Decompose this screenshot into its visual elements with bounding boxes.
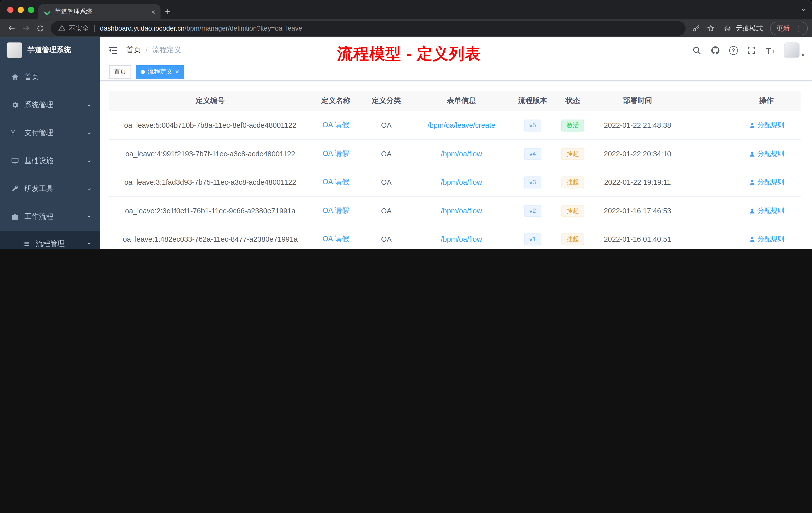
breadcrumb-home[interactable]: 首页 [126,46,141,55]
form-info-link[interactable]: /bpm/oa/flow [441,207,482,215]
user-icon [749,236,755,242]
column-header-definition-id: 定义编号 [109,91,311,111]
column-header-definition-name: 定义名称 [311,91,360,111]
sidebar-collapse-icon[interactable] [108,45,118,55]
form-info-link[interactable]: /bpm/oa/flow [441,178,482,186]
definition-name-link[interactable]: OA 请假 [323,234,349,244]
sidebar-item-workflow[interactable]: 工作流程 [0,203,100,231]
row-filler [684,225,732,249]
definition-name-link[interactable]: OA 请假 [323,206,349,215]
annotation-overlay-title: 流程模型 - 定义列表 [337,43,481,65]
definition-id: oa_leave:5:004b710b-7b8a-11ec-8ef0-acde4… [109,111,311,139]
version-tag: v1 [524,233,541,245]
minimize-window-button[interactable] [18,7,24,13]
tab-search-chevron-icon[interactable] [801,7,807,13]
browser-tab[interactable]: 芋道管理系统 × [38,4,161,19]
active-dot [141,69,145,74]
assign-rule-link[interactable]: 分配规则 [749,206,784,215]
browser-update-menu-button[interactable]: 更新 ⋮ [770,22,808,35]
row-filler [684,140,732,168]
content-area: 首页 / 流程定义 流程模型 - 定义列表 ? [100,37,812,249]
reload-button[interactable] [33,21,48,36]
table-row: oa_leave:3:1fad3d93-7b75-11ec-a3c8-acde4… [109,168,801,197]
sidebar-item-home[interactable]: 首页 [0,63,100,91]
user-avatar-menu[interactable]: ▾ [784,42,805,58]
status-tag: 挂起 [561,176,584,188]
definition-category: OA [360,225,412,249]
column-header-status: 状态 [555,91,591,111]
sidebar-logo[interactable]: 芋道管理系统 [0,37,100,63]
password-key-icon[interactable] [689,21,703,36]
sidebar-item-process-management[interactable]: 流程管理 [0,231,100,249]
wrench-icon [11,185,19,193]
incognito-label: 无痕模式 [736,24,763,33]
chevron-up-icon [86,241,92,247]
assign-rule-link[interactable]: 分配规则 [749,177,784,187]
form-info-link[interactable]: /bpm/oa/leave/create [428,121,495,129]
sidebar-submenu-workflow: 流程管理 流程表单 用户分组 流程模型 任务管理 [0,231,100,249]
status-tag: 挂起 [561,233,584,245]
bookmark-star-icon[interactable] [703,21,718,36]
url-path: /bpm/manager/definition?key=oa_leave [184,24,302,32]
navbar-actions: ? TT ▾ [692,42,804,58]
breadcrumb-separator: / [146,46,148,55]
search-icon[interactable] [692,45,701,55]
version-tag: v2 [524,205,541,217]
forward-button[interactable] [19,21,33,36]
fullscreen-icon[interactable] [747,45,756,55]
assign-rule-link[interactable]: 分配规则 [749,121,784,130]
form-info-link[interactable]: /bpm/oa/flow [441,235,482,243]
url-host: dashboard.yudao.iocoder.cn [100,24,184,32]
browser-tab-strip: 芋道管理系统 × + [0,0,812,19]
tags-view: 首页 流程定义 × [100,63,812,81]
zoom-window-button[interactable] [28,7,34,13]
column-header-category: 定义分类 [360,91,412,111]
briefcase-icon [11,213,19,221]
new-tab-button[interactable]: + [161,4,175,19]
help-icon[interactable]: ? [729,46,738,55]
browser-window: 芋道管理系统 × + 不安全 dashboard.yudao.iocoder.c… [0,0,812,249]
breadcrumb: 首页 / 流程定义 [126,46,181,55]
table-header-row: 定义编号 定义名称 定义分类 表单信息 流程版本 状态 部署时间 操作 [109,91,801,112]
page-body: 定义编号 定义名称 定义分类 表单信息 流程版本 状态 部署时间 操作 oa_l… [100,81,812,249]
back-button[interactable] [4,21,19,36]
form-info-link[interactable]: /bpm/oa/flow [441,150,482,158]
monitor-icon [11,157,19,165]
assign-rule-link[interactable]: 分配规则 [749,234,784,244]
definition-name-link[interactable]: OA 请假 [323,149,349,158]
sidebar-item-label: 流程管理 [36,239,65,248]
definition-name-link[interactable]: OA 请假 [323,177,349,187]
column-header-actions: 操作 [732,91,801,111]
sidebar-item-infrastructure[interactable]: 基础设施 [0,147,100,175]
sidebar: 芋道管理系统 首页 系统管理 ¥ 支付管理 基础设施 [0,37,100,249]
close-window-button[interactable] [7,7,13,13]
tag-process-definition[interactable]: 流程定义 × [136,65,183,79]
column-header-deploy-time: 部署时间 [591,91,684,111]
assign-rule-link[interactable]: 分配规则 [749,149,784,158]
deploy-time: 2022-01-22 20:34:10 [591,140,684,168]
yen-icon: ¥ [11,129,19,137]
security-label[interactable]: 不安全 [69,24,89,33]
chevron-down-icon [86,158,92,164]
tab-close-icon[interactable]: × [151,7,155,16]
font-size-icon[interactable]: TT [765,45,775,55]
address-bar[interactable]: 不安全 dashboard.yudao.iocoder.cn/bpm/manag… [51,21,686,36]
sidebar-item-system-management[interactable]: 系统管理 [0,91,100,119]
top-navbar: 首页 / 流程定义 流程模型 - 定义列表 ? [100,37,812,63]
site-favicon-icon [44,8,51,15]
tag-close-icon[interactable]: × [175,68,179,75]
column-header-form-info: 表单信息 [412,91,511,111]
sidebar-item-label: 基础设施 [24,156,54,165]
definition-category: OA [360,140,412,168]
avatar [784,42,800,58]
definition-name-link[interactable]: OA 请假 [323,121,349,130]
deploy-time: 2022-01-22 21:48:38 [591,111,684,139]
github-icon[interactable] [710,45,720,55]
list-icon [22,240,31,248]
tag-home[interactable]: 首页 [109,65,131,79]
update-label: 更新 [776,24,790,33]
definition-id: oa_leave:1:482ec033-762a-11ec-8477-a2380… [109,225,311,249]
incognito-icon [723,24,732,33]
sidebar-item-payment-management[interactable]: ¥ 支付管理 [0,119,100,147]
sidebar-item-dev-tools[interactable]: 研发工具 [0,175,100,203]
